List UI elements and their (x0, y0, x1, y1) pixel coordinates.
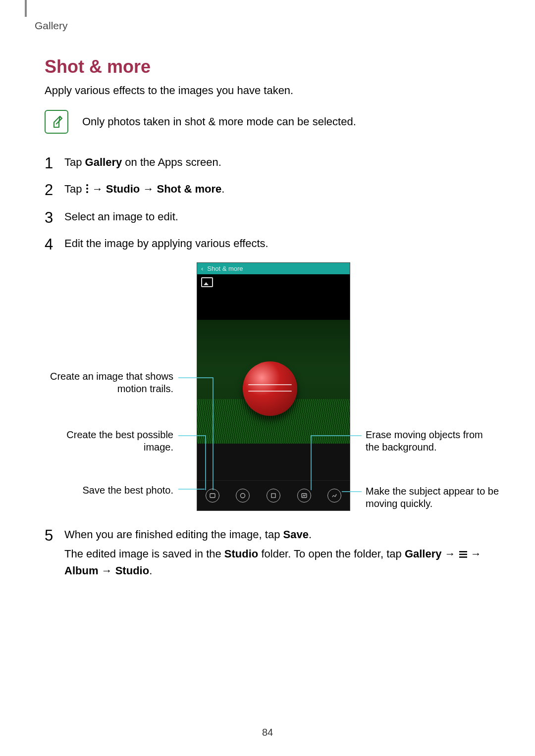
note-icon (45, 110, 68, 134)
phone-mode-bar (197, 480, 350, 510)
figure: ‹ Shot & more (45, 262, 490, 520)
step-5-p2-gallery: Gallery (405, 548, 442, 560)
step-2-arrow-1: → (89, 183, 106, 195)
section-label: Gallery (35, 20, 490, 32)
phone-screenshot: ‹ Shot & more (197, 262, 350, 511)
step-5-p2-c: folder. To open the folder, tap (258, 548, 405, 560)
phone-header: ‹ Shot & more (197, 263, 350, 274)
svg-rect-8 (459, 554, 467, 555)
step-3: Select an image to edit. (45, 209, 490, 225)
note-text: Only photos taken in shot & more mode ca… (82, 115, 356, 128)
back-chevron-icon: ‹ (201, 265, 203, 272)
svg-rect-9 (459, 556, 467, 558)
step-5-text-c: . (309, 528, 312, 541)
step-5-p2-arrow3: → (98, 564, 115, 577)
note-row: Only photos taken in shot & more mode ca… (45, 110, 490, 134)
callout-eraser: Erase moving objects from the background… (366, 429, 499, 454)
black-band-top (197, 292, 350, 320)
step-1-text-a: Tap (64, 156, 85, 168)
step-2: Tap → Studio → Shot & more. (45, 181, 490, 198)
save-to-gallery-icon (201, 277, 213, 287)
step-2-shotmore: Shot & more (157, 183, 222, 195)
menu-icon (459, 547, 468, 563)
photo-preview (197, 320, 350, 444)
page-number: 84 (0, 727, 535, 738)
svg-point-0 (86, 184, 88, 186)
step-2-period: . (221, 183, 224, 195)
step-5-p2-album: Album (64, 564, 98, 577)
mode-drama-shot-icon (267, 489, 280, 503)
steps-list-continued: When you are finished editing the image,… (45, 527, 490, 579)
step-4: Edit the image by applying various effec… (45, 236, 490, 252)
step-5-p2-arrow2: → (468, 548, 482, 560)
step-2-studio: Studio (106, 183, 140, 195)
step-5-p2-studio2: Studio (115, 564, 149, 577)
mode-best-photo-icon (206, 489, 219, 503)
step-5-save: Save (283, 528, 309, 541)
callout-best-image: Create the best possible image. (45, 429, 173, 454)
phone-toolbar (197, 274, 350, 292)
step-5: When you are finished editing the image,… (45, 527, 490, 579)
page-content: Gallery Shot & more Apply various effect… (0, 0, 535, 756)
steps-list: Tap Gallery on the Apps screen. Tap → St… (45, 154, 490, 252)
mode-best-face-icon (236, 489, 250, 503)
callout-panning: Make the subject appear to be moving qui… (366, 485, 499, 510)
step-5-p2-studio: Studio (224, 548, 258, 560)
callout-motion-trails: Create an image that shows motion trails… (45, 370, 173, 395)
step-5-p2-a: The edited image is saved in the (64, 548, 224, 560)
intro-text: Apply various effects to the images you … (45, 84, 490, 97)
cricket-ball-illustration (243, 361, 297, 416)
step-3-text: Select an image to edit. (64, 210, 178, 223)
step-5-p2-arrow1: → (442, 548, 459, 560)
svg-rect-5 (271, 494, 275, 498)
step-1: Tap Gallery on the Apps screen. (45, 154, 490, 170)
step-4-text: Edit the image by applying various effec… (64, 237, 268, 250)
svg-point-2 (86, 191, 88, 193)
page-title: Shot & more (45, 56, 490, 77)
svg-point-4 (241, 493, 245, 498)
step-2-arrow-2: → (140, 183, 157, 195)
step-1-gallery: Gallery (85, 156, 122, 168)
callout-save-best: Save the best photo. (45, 484, 173, 497)
svg-point-1 (86, 188, 88, 190)
step-5-p2-period: . (149, 564, 152, 577)
mode-panning-shot-icon (327, 489, 341, 503)
svg-rect-7 (459, 551, 467, 553)
svg-rect-3 (210, 494, 215, 498)
step-1-text-c: on the Apps screen. (122, 156, 221, 168)
more-options-icon (85, 182, 89, 198)
phone-header-title: Shot & more (207, 265, 243, 272)
mode-eraser-icon (297, 489, 311, 503)
step-2-text-a: Tap (64, 183, 85, 195)
step-5-text-a: When you are finished editing the image,… (64, 528, 283, 541)
